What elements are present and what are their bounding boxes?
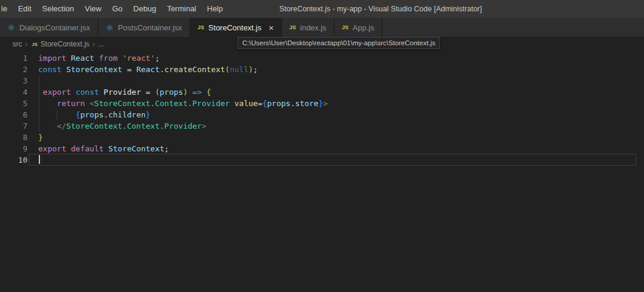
tab-label: index.js <box>300 23 326 32</box>
code-line-content: export const Provider = (props) => { <box>38 86 211 98</box>
line-number: 3 <box>0 75 27 86</box>
code-editor[interactable]: 1import React from 'react';2const StoreC… <box>0 51 644 292</box>
menu-item-edit[interactable]: Edit <box>13 0 36 18</box>
code-line[interactable]: 9export default StoreContext; <box>0 143 644 154</box>
code-line[interactable]: 7 </StoreContext.Context.Provider> <box>0 120 644 132</box>
js-icon: JS <box>198 24 204 30</box>
code-line-content: const StoreContext = React.createContext… <box>38 64 258 75</box>
menu-item-selection[interactable]: Selection <box>37 0 79 18</box>
menu-item-go[interactable]: Go <box>107 0 128 18</box>
code-line-content: import React from 'react'; <box>38 52 160 64</box>
line-number: 10 <box>0 154 27 166</box>
line-number: 8 <box>0 132 27 143</box>
code-line[interactable]: 5 return <StoreContext.Context.Provider … <box>0 98 644 109</box>
js-icon: JS <box>289 24 296 30</box>
menu-item-debug[interactable]: Debug <box>128 0 161 18</box>
code-line-content: export default StoreContext; <box>38 143 169 154</box>
code-line[interactable]: 2const StoreContext = React.createContex… <box>0 64 644 75</box>
line-number: 2 <box>0 64 27 75</box>
tab-label: DialogsContainer.jsx <box>19 23 90 32</box>
breadcrumb-item-...[interactable]: ... <box>98 40 104 48</box>
tab-strip-filler <box>383 18 644 37</box>
menu-item-view[interactable]: View <box>79 0 107 18</box>
tab-label: StoreContext.js <box>208 23 261 32</box>
menu-item-le[interactable]: le <box>0 0 13 18</box>
react-icon: ⚛ <box>106 23 113 32</box>
chevron-right-icon: › <box>25 40 27 48</box>
tab-index.js[interactable]: JSindex.js <box>282 18 335 37</box>
code-line[interactable]: 8} <box>0 132 644 143</box>
current-line-highlight <box>29 154 636 166</box>
chevron-right-icon: › <box>93 40 95 48</box>
text-cursor <box>39 155 40 164</box>
code-line[interactable]: 6 {props.children} <box>0 109 644 120</box>
react-icon: ⚛ <box>7 23 15 32</box>
js-icon: JS <box>342 24 349 30</box>
breadcrumb-item-storecontext.js[interactable]: StoreContext.js <box>41 40 90 48</box>
code-line-content: return <StoreContext.Context.Provider va… <box>38 98 328 109</box>
menu-item-help[interactable]: Help <box>202 0 229 18</box>
tab-label: PostsContainer.jsx <box>118 23 182 32</box>
menu-bar: leEditSelectionViewGoDebugTerminalHelp <box>0 0 229 18</box>
code-line-content: } <box>38 132 43 143</box>
breadcrumb-item-src[interactable]: src <box>13 40 22 48</box>
tab-postscontainer.jsx[interactable]: ⚛PostsContainer.jsx <box>98 18 190 37</box>
tab-dialogscontainer.jsx[interactable]: ⚛DialogsContainer.jsx <box>0 18 98 37</box>
tab-bar: ⚛DialogsContainer.jsx⚛PostsContainer.jsx… <box>0 18 644 37</box>
vscode-window: leEditSelectionViewGoDebugTerminalHelp S… <box>0 0 644 292</box>
line-number: 9 <box>0 143 27 154</box>
code-line[interactable]: 3 <box>0 75 644 86</box>
window-title: StoreContext.js - my-app - Visual Studio… <box>279 0 482 18</box>
line-number: 7 <box>0 120 27 132</box>
indent-guide <box>57 109 57 120</box>
line-number: 5 <box>0 98 27 109</box>
code-lines: 1import React from 'react';2const StoreC… <box>0 52 644 166</box>
path-tooltip: C:\Users\User\Desktop\reactapp\01\my-app… <box>238 37 440 49</box>
code-line-content: {props.children} <box>38 109 150 120</box>
code-line[interactable]: 4 export const Provider = (props) => { <box>0 86 644 98</box>
line-number: 6 <box>0 109 27 120</box>
js-icon: JS <box>32 42 38 47</box>
code-line[interactable]: 1import React from 'react'; <box>0 52 644 64</box>
tab-app.js[interactable]: JSApp.js <box>335 18 383 37</box>
title-bar: leEditSelectionViewGoDebugTerminalHelp S… <box>0 0 644 18</box>
close-tab-icon[interactable]: × <box>269 23 274 32</box>
indent-guide <box>39 75 39 132</box>
tab-label: App.js <box>353 23 374 32</box>
tab-storecontext.js[interactable]: JSStoreContext.js× <box>190 18 282 37</box>
line-number: 1 <box>0 52 27 64</box>
code-line-content: </StoreContext.Context.Provider> <box>38 120 207 132</box>
menu-item-terminal[interactable]: Terminal <box>162 0 202 18</box>
line-number: 4 <box>0 86 27 98</box>
